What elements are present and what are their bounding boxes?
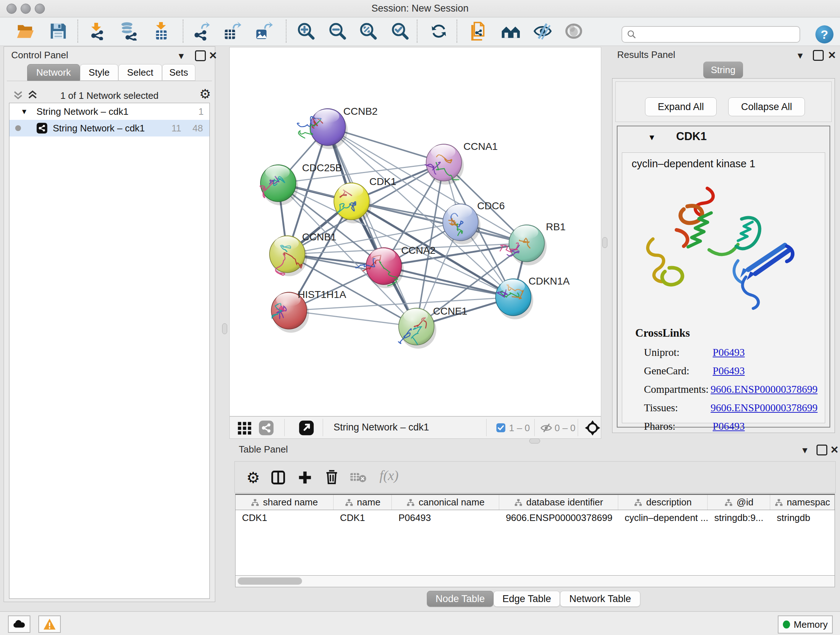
table-cell[interactable]: cyclin–dependent ... bbox=[618, 512, 708, 524]
panel-menu-icon[interactable]: ▼ bbox=[177, 51, 186, 61]
table-row[interactable]: CDK1CDK1P064939606.ENSP00000378699cyclin… bbox=[235, 510, 835, 526]
cloud-button[interactable] bbox=[8, 616, 30, 633]
copy-network-icon[interactable] bbox=[468, 21, 488, 41]
memory-status-dot bbox=[783, 621, 790, 629]
search-input[interactable] bbox=[640, 29, 799, 41]
network-status-dot bbox=[15, 125, 21, 131]
crosslink-link[interactable]: 9606.ENSP00000378699 bbox=[711, 402, 818, 414]
crosslink-link[interactable]: 9606.ENSP00000378699 bbox=[711, 383, 818, 395]
column-header-canonical-name[interactable]: canonical name bbox=[392, 495, 499, 510]
horizontal-scrollbar[interactable] bbox=[235, 576, 835, 587]
column-header-shared-name[interactable]: shared name bbox=[235, 495, 333, 510]
zoom-selected-icon[interactable] bbox=[390, 21, 410, 41]
import-network-from-file-icon[interactable] bbox=[87, 21, 107, 41]
panel-float-icon[interactable] bbox=[816, 445, 827, 455]
share-network-icon[interactable] bbox=[258, 420, 274, 436]
selected-checkbox[interactable] bbox=[496, 423, 506, 432]
network-node-CDK1[interactable] bbox=[334, 183, 371, 223]
columns-icon[interactable] bbox=[270, 470, 286, 486]
table-cell[interactable]: CDK1 bbox=[235, 512, 333, 524]
zoom-in-icon[interactable] bbox=[296, 21, 316, 41]
toolbar-separator bbox=[77, 19, 78, 43]
vertical-splitter-handle[interactable] bbox=[222, 323, 227, 334]
panel-close-icon[interactable]: ✕ bbox=[830, 444, 838, 456]
entry-collapse-icon[interactable]: ▼ bbox=[648, 133, 656, 142]
tab-style[interactable]: Style bbox=[80, 64, 118, 81]
panel-float-icon[interactable] bbox=[195, 50, 206, 61]
warnings-button[interactable] bbox=[38, 616, 61, 633]
import-network-from-database-icon[interactable] bbox=[118, 21, 138, 41]
table-gear-icon[interactable]: ⚙ bbox=[246, 469, 260, 486]
export-image-icon[interactable] bbox=[253, 21, 273, 41]
table-cell[interactable]: stringdb:9... bbox=[707, 512, 770, 524]
column-header-@id[interactable]: @id bbox=[707, 495, 770, 510]
table-cell[interactable]: CDK1 bbox=[333, 512, 392, 524]
memory-button[interactable]: Memory bbox=[778, 616, 833, 633]
network-view-canvas[interactable]: CCNB2CCNA1CDC25BCDK1CDC6RB1CCNB1CCNA2CDK… bbox=[229, 47, 601, 416]
move-crosshair-icon[interactable] bbox=[584, 420, 601, 436]
help-button[interactable]: ? bbox=[815, 25, 834, 43]
open-session-icon[interactable] bbox=[15, 21, 35, 41]
hidden-eye-icon[interactable] bbox=[540, 422, 553, 434]
expand-all-button[interactable]: Expand All bbox=[645, 97, 717, 116]
add-column-icon[interactable] bbox=[297, 470, 313, 486]
panel-menu-icon[interactable]: ▼ bbox=[796, 51, 805, 61]
export-table-icon[interactable] bbox=[222, 21, 242, 41]
panel-float-icon[interactable] bbox=[813, 50, 824, 61]
vertical-splitter-handle[interactable] bbox=[602, 237, 607, 248]
table-body[interactable]: CDK1CDK1P064939606.ENSP00000378699cyclin… bbox=[235, 510, 835, 576]
hidden-node-edge-counts: 0 – 0 bbox=[554, 423, 576, 434]
node-label-CCNE1: CCNE1 bbox=[433, 306, 467, 317]
update-network-icon[interactable] bbox=[429, 21, 449, 41]
network-options-gear-icon[interactable]: ⚙ bbox=[199, 87, 211, 102]
network-collection-row[interactable]: ▼ String Network – cdk1 1 bbox=[9, 103, 210, 120]
grid-view-icon[interactable] bbox=[237, 420, 253, 436]
column-header-description[interactable]: description bbox=[618, 495, 708, 510]
delete-column-icon[interactable] bbox=[324, 469, 340, 485]
crosslink-link[interactable]: P06493 bbox=[713, 420, 745, 432]
delete-table-icon[interactable] bbox=[350, 472, 366, 483]
scrollbar-thumb[interactable] bbox=[238, 578, 302, 585]
save-session-icon[interactable] bbox=[48, 21, 68, 41]
results-tab-string[interactable]: String bbox=[703, 62, 743, 78]
network-node-CCNE1[interactable] bbox=[398, 308, 436, 348]
import-table-from-file-icon[interactable] bbox=[151, 21, 172, 41]
string-home-icon[interactable] bbox=[501, 21, 521, 41]
tab-edge-table[interactable]: Edge Table bbox=[493, 591, 560, 607]
network-node-CCNB2[interactable] bbox=[297, 109, 347, 149]
network-node-CDC25B[interactable] bbox=[260, 165, 298, 205]
function-builder-icon[interactable]: f(x) bbox=[379, 467, 399, 483]
panel-close-icon[interactable]: ✕ bbox=[828, 49, 836, 61]
tab-select[interactable]: Select bbox=[118, 64, 162, 81]
zoom-fit-icon[interactable] bbox=[358, 21, 378, 41]
network-row-selected[interactable]: String Network – cdk1 11 48 bbox=[9, 120, 210, 136]
tab-network[interactable]: Network bbox=[27, 64, 80, 81]
search-field[interactable] bbox=[622, 26, 800, 43]
show-glass-panel-icon[interactable] bbox=[564, 21, 584, 41]
collection-expand-icon[interactable]: ▼ bbox=[21, 108, 28, 116]
string-network-graph[interactable]: CCNB2CCNA1CDC25BCDK1CDC6RB1CCNB1CCNA2CDK… bbox=[230, 48, 601, 416]
tab-node-table[interactable]: Node Table bbox=[427, 591, 493, 607]
control-panel-tabs: NetworkStyleSelectSets bbox=[4, 64, 215, 81]
panel-close-icon[interactable]: ✕ bbox=[209, 50, 217, 62]
column-header-namespac[interactable]: namespac bbox=[770, 495, 835, 510]
table-cell[interactable]: P06493 bbox=[392, 512, 499, 524]
network-node-CDKN1A[interactable] bbox=[496, 279, 533, 319]
tab-sets[interactable]: Sets bbox=[162, 64, 195, 81]
open-in-new-icon[interactable] bbox=[298, 420, 314, 436]
zoom-out-icon[interactable] bbox=[327, 21, 347, 41]
column-header-database-identifier[interactable]: database identifier bbox=[499, 495, 618, 510]
export-network-icon[interactable] bbox=[191, 21, 211, 41]
collapse-all-button[interactable]: Collapse All bbox=[728, 97, 805, 116]
network-node-CCNA1[interactable] bbox=[425, 144, 464, 185]
panel-menu-icon[interactable]: ▼ bbox=[801, 445, 809, 455]
table-cell[interactable]: 9606.ENSP00000378699 bbox=[499, 512, 618, 524]
table-cell[interactable]: stringdb bbox=[770, 512, 835, 524]
crosslink-link[interactable]: P06493 bbox=[713, 365, 745, 377]
current-network-name: String Network – cdk1 bbox=[333, 422, 429, 433]
crosslink-link[interactable]: P06493 bbox=[713, 347, 745, 358]
tab-network-table[interactable]: Network Table bbox=[560, 591, 640, 607]
column-header-name[interactable]: name bbox=[333, 495, 392, 510]
network-node-RB1[interactable] bbox=[500, 225, 546, 265]
hide-glass-panel-icon[interactable] bbox=[532, 21, 553, 41]
